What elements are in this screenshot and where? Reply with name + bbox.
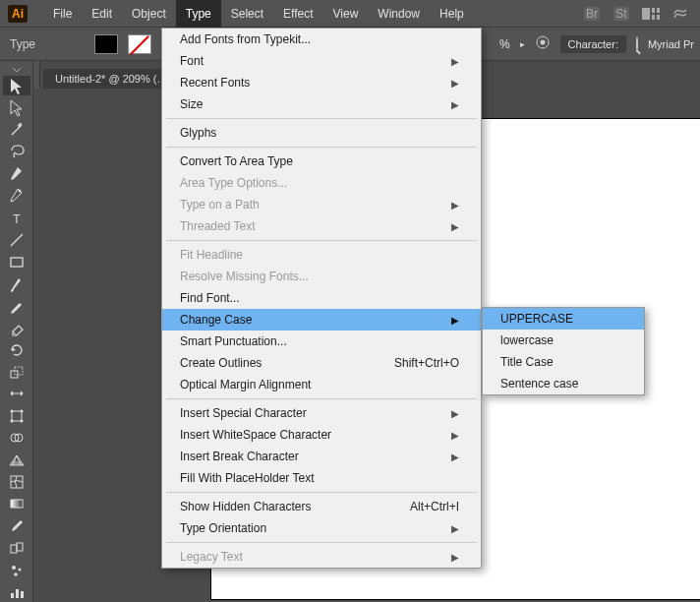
eyedropper-tool[interactable] <box>3 516 30 536</box>
tools-panel: T <box>0 61 33 602</box>
svg-rect-34 <box>11 593 14 598</box>
appearance-icon[interactable] <box>535 34 551 53</box>
menu-edit[interactable]: Edit <box>82 0 122 28</box>
symbol-sprayer-tool[interactable] <box>3 560 30 579</box>
type-tool[interactable]: T <box>3 208 30 227</box>
menu-type[interactable]: Type <box>176 0 221 28</box>
width-tool[interactable] <box>3 384 30 403</box>
menu-select[interactable]: Select <box>221 0 273 28</box>
menu-item-font[interactable]: Font▶ <box>162 50 481 72</box>
stroke-color-swatch[interactable] <box>128 34 151 54</box>
panel-grip-icon[interactable] <box>0 67 32 74</box>
direct-selection-tool[interactable] <box>3 97 30 117</box>
menu-effect[interactable]: Effect <box>273 0 322 28</box>
sync-icon[interactable] <box>671 4 690 24</box>
svg-point-31 <box>12 566 16 570</box>
scale-tool[interactable] <box>3 362 30 382</box>
menu-item-insert-whitespace-character[interactable]: Insert WhiteSpace Character▶ <box>162 424 481 446</box>
submenu-arrow-icon: ▶ <box>451 78 459 89</box>
menu-item-label: Type Orientation <box>180 521 266 535</box>
submenu-arrow-icon: ▶ <box>451 56 459 67</box>
rectangle-tool[interactable] <box>3 252 30 271</box>
submenu-arrow-icon: ▶ <box>451 200 459 211</box>
mesh-tool[interactable] <box>3 472 30 492</box>
lasso-tool[interactable] <box>3 142 30 161</box>
app-logo: Ai <box>6 4 29 24</box>
submenu-arrow-icon: ▶ <box>451 408 459 419</box>
font-search-icon[interactable] <box>636 37 638 51</box>
menu-item-change-case[interactable]: Change Case▶ <box>162 309 481 331</box>
pencil-tool[interactable] <box>3 296 30 316</box>
case-option-sentence-case[interactable]: Sentence case <box>483 373 644 394</box>
menu-separator <box>166 240 477 241</box>
case-option-uppercase[interactable]: UPPERCASE <box>483 308 644 330</box>
magic-wand-tool[interactable] <box>3 120 30 140</box>
paintbrush-tool[interactable] <box>3 273 30 293</box>
rotate-tool[interactable] <box>3 339 30 359</box>
free-transform-tool[interactable] <box>3 406 30 426</box>
menu-object[interactable]: Object <box>122 0 176 28</box>
menu-file[interactable]: File <box>43 0 82 28</box>
menu-item-smart-punctuation[interactable]: Smart Punctuation... <box>162 331 481 352</box>
fill-color-swatch[interactable] <box>94 34 118 54</box>
menu-item-create-outlines[interactable]: Create OutlinesShift+Ctrl+O <box>162 352 481 374</box>
submenu-arrow-icon: ▶ <box>451 221 459 232</box>
svg-rect-17 <box>11 258 23 267</box>
document-tab[interactable]: Untitled-2* @ 209% (… <box>43 69 180 89</box>
menu-item-convert-to-area-type[interactable]: Convert To Area Type <box>162 150 481 172</box>
menu-item-find-font[interactable]: Find Font... <box>162 287 481 309</box>
character-panel-button[interactable]: Character: <box>560 35 626 53</box>
menu-item-add-fonts-from-typekit[interactable]: Add Fonts from Typekit... <box>162 29 481 50</box>
menu-item-fill-with-placeholder-text[interactable]: Fill With PlaceHolder Text <box>162 467 481 489</box>
menu-item-label: Threaded Text <box>180 219 256 233</box>
pen-tool[interactable] <box>3 163 30 183</box>
svg-rect-29 <box>11 545 17 553</box>
menu-item-insert-break-character[interactable]: Insert Break Character▶ <box>162 446 481 467</box>
menu-item-type-on-a-path: Type on a Path▶ <box>162 194 481 215</box>
menu-item-label: Convert To Area Type <box>180 154 293 168</box>
menu-shortcut: Shift+Ctrl+O <box>394 356 459 370</box>
case-option-lowercase[interactable]: lowercase <box>483 330 644 351</box>
type-menu-dropdown: Add Fonts from Typekit...Font▶Recent Fon… <box>161 28 482 569</box>
menu-item-type-orientation[interactable]: Type Orientation▶ <box>162 517 481 539</box>
menu-separator <box>166 398 477 399</box>
menu-separator <box>166 542 477 543</box>
svg-point-24 <box>20 419 23 422</box>
svg-rect-36 <box>21 591 24 598</box>
stock-icon[interactable]: St <box>612 4 631 24</box>
line-tool[interactable] <box>3 230 30 250</box>
menu-help[interactable]: Help <box>430 0 474 28</box>
change-case-submenu: UPPERCASElowercaseTitle CaseSentence cas… <box>482 307 645 395</box>
menu-item-label: Find Font... <box>180 291 240 305</box>
gradient-tool[interactable] <box>3 494 30 513</box>
case-option-title-case[interactable]: Title Case <box>483 351 644 373</box>
menu-item-label: Type on a Path <box>180 198 260 211</box>
perspective-grid-tool[interactable] <box>3 450 30 469</box>
submenu-arrow-icon: ▶ <box>451 99 459 110</box>
menu-window[interactable]: Window <box>368 0 430 28</box>
svg-line-16 <box>11 234 23 246</box>
blend-tool[interactable] <box>3 538 30 558</box>
font-family-display[interactable]: Myriad Pr <box>648 38 694 50</box>
menu-item-label: UPPERCASE <box>500 312 573 326</box>
shape-builder-tool[interactable] <box>3 428 30 448</box>
menu-item-size[interactable]: Size▶ <box>162 93 481 115</box>
menu-item-label: Show Hidden Characters <box>180 500 311 513</box>
submenu-arrow-icon: ▶ <box>451 315 459 326</box>
svg-rect-10 <box>657 15 660 20</box>
menu-item-glyphs[interactable]: Glyphs <box>162 122 481 144</box>
menu-bar: Ai FileEditObjectTypeSelectEffectViewWin… <box>0 0 700 28</box>
menu-item-optical-margin-alignment[interactable]: Optical Margin Alignment <box>162 374 481 395</box>
curvature-pen-tool[interactable] <box>3 186 30 206</box>
arrange-docs-icon[interactable] <box>641 4 661 24</box>
svg-point-13 <box>20 123 22 125</box>
menu-item-recent-fonts[interactable]: Recent Fonts▶ <box>162 72 481 93</box>
bridge-icon[interactable]: Br <box>582 4 602 24</box>
menu-item-insert-special-character[interactable]: Insert Special Character▶ <box>162 402 481 424</box>
eraser-tool[interactable] <box>3 318 30 337</box>
menu-view[interactable]: View <box>323 0 369 28</box>
selection-tool[interactable] <box>3 76 30 95</box>
menu-item-label: Title Case <box>500 355 554 369</box>
menu-item-show-hidden-characters[interactable]: Show Hidden CharactersAlt+Ctrl+I <box>162 496 481 517</box>
column-graph-tool[interactable] <box>3 582 30 602</box>
